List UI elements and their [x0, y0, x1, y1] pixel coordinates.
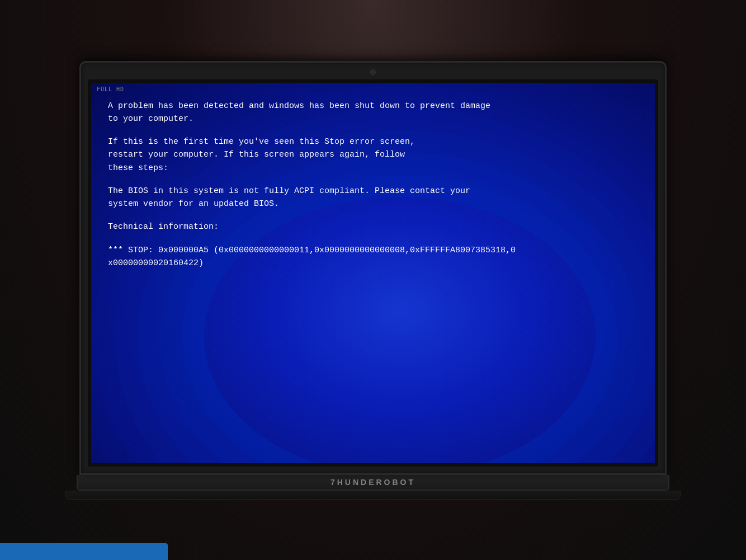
laptop-base: 7HUNDEROBOT: [77, 475, 669, 491]
bsod-line8: The BIOS in this system is not fully ACP…: [108, 185, 638, 197]
bsod-first-time: If this is the first time you've seen th…: [108, 135, 638, 175]
bsod-screen: FULL HD A problem has been detected and …: [91, 83, 655, 463]
screen-bezel: FULL HD A problem has been detected and …: [88, 79, 658, 467]
bsod-line14: x00000000020160422): [108, 257, 638, 270]
bsod-content: A problem has been detected and windows …: [108, 100, 638, 280]
bsod-line13: *** STOP: 0x000000A5 (0x0000000000000011…: [108, 244, 638, 257]
bsod-line1: A problem has been detected and windows …: [108, 100, 638, 112]
bsod-tech-header: Technical information:: [108, 220, 638, 233]
taskbar-glimpse: [0, 543, 168, 560]
bsod-acpi: The BIOS in this system is not fully ACP…: [108, 185, 638, 211]
bsod-line9: system vendor for an updated BIOS.: [108, 197, 638, 210]
bsod-stop-code: *** STOP: 0x000000A5 (0x0000000000000011…: [108, 244, 638, 270]
bsod-intro: A problem has been detected and windows …: [108, 100, 638, 126]
screen-label: FULL HD: [97, 86, 124, 92]
laptop: FULL HD A problem has been detected and …: [65, 61, 681, 500]
bsod-line4: If this is the first time you've seen th…: [108, 135, 638, 148]
camera-notch: [370, 69, 376, 75]
bsod-line5: restart your computer. If this screen ap…: [108, 148, 638, 161]
bsod-line6: these steps:: [108, 162, 638, 175]
laptop-lid: FULL HD A problem has been detected and …: [79, 61, 667, 475]
bsod-line11: Technical information:: [108, 220, 638, 233]
laptop-bottom: [65, 491, 681, 500]
brand-label: 7HUNDEROBOT: [330, 478, 416, 487]
bsod-line2: to your computer.: [108, 112, 638, 125]
